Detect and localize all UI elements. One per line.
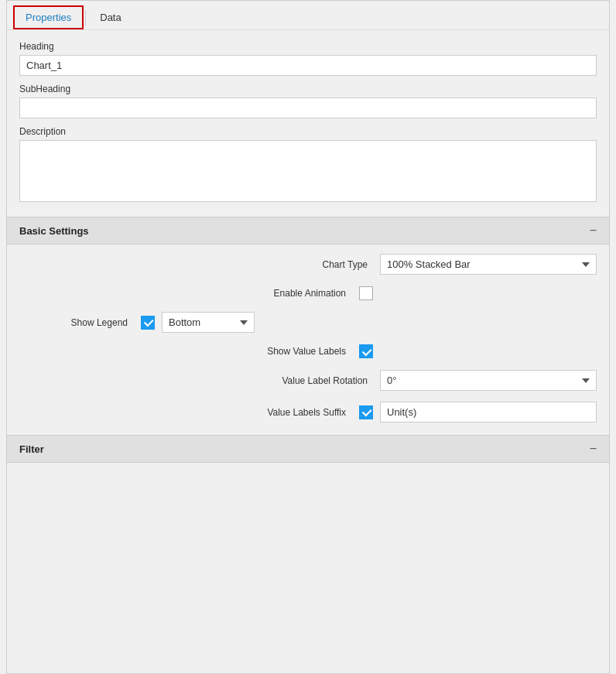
chart-type-row: Chart Type 100% Stacked Bar Bar Line Pie… [19,254,597,275]
filter-header: Filter − [7,435,609,463]
value-label-rotation-label: Value Label Rotation [259,375,368,386]
value-labels-suffix-label: Value Labels Suffix [238,407,346,418]
value-labels-suffix-input[interactable] [380,402,597,423]
show-legend-checkbox[interactable] [141,316,155,330]
description-label: Description [19,126,597,137]
heading-input[interactable] [19,55,597,76]
legend-position-select[interactable]: Bottom Top Left Right [162,312,255,333]
subheading-label: SubHeading [19,84,597,94]
value-label-rotation-select[interactable]: 0° 45° 90° -45° -90° [380,370,597,391]
subheading-input[interactable] [19,98,597,118]
filter-title: Filter [19,443,44,455]
tabs-bar: Properties Data [7,1,609,30]
chart-type-select[interactable]: 100% Stacked Bar Bar Line Pie Donut [380,254,597,275]
heading-label: Heading [19,41,597,52]
enable-animation-checkbox[interactable] [359,286,373,300]
show-legend-label: Show Legend [19,317,128,328]
show-value-labels-checkbox[interactable] [359,344,373,358]
basic-settings-content: Chart Type 100% Stacked Bar Bar Line Pie… [7,245,609,435]
basic-settings-title: Basic Settings [19,225,89,237]
filter-collapse-icon[interactable]: − [590,442,597,456]
fields-section: Heading SubHeading Description [7,30,609,217]
enable-animation-label: Enable Animation [238,288,346,299]
value-labels-suffix-row: Value Labels Suffix [19,402,597,423]
show-value-labels-label: Show Value Labels [238,346,346,357]
value-label-rotation-row: Value Label Rotation 0° 45° 90° -45° -90… [19,370,597,391]
show-legend-row: Show Legend Bottom Top Left Right [19,312,597,333]
value-labels-suffix-checkbox[interactable] [359,405,373,419]
show-value-labels-row: Show Value Labels [19,344,597,359]
description-input[interactable] [19,140,597,202]
properties-panel: Properties Data Heading SubHeading Descr… [6,0,610,674]
panel-content: Heading SubHeading Description Basic Set… [7,30,609,673]
tab-separator [85,10,86,26]
enable-animation-row: Enable Animation [19,286,597,301]
basic-settings-header: Basic Settings − [7,217,609,245]
tab-data[interactable]: Data [87,5,133,29]
tab-properties[interactable]: Properties [13,5,84,29]
basic-settings-collapse-icon[interactable]: − [590,224,597,238]
chart-type-label: Chart Type [259,259,368,270]
